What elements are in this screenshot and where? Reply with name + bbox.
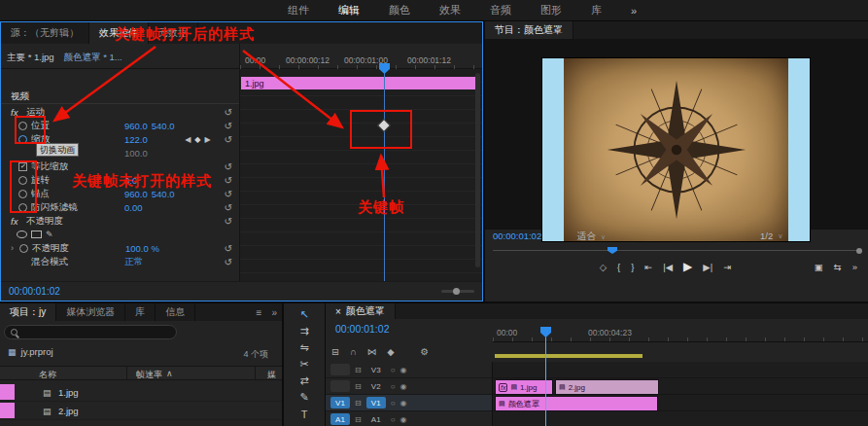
track-select-tool-icon[interactable]: ⇉: [292, 323, 317, 339]
add-remove-keyframe-icon[interactable]: ◆: [194, 135, 200, 144]
column-framerate[interactable]: 帧速率 ∧: [136, 369, 173, 381]
track-output-eye-icon[interactable]: ◉: [400, 382, 407, 391]
timeline-track-area[interactable]: fx ▤ 1.jpg ▤ 2.jpg ▤ 颜色遮罩: [493, 362, 868, 426]
anchor-point-row[interactable]: 锚点 960.0 540.0 ↺: [1, 187, 239, 200]
program-scrubber[interactable]: [493, 247, 858, 254]
track-lock-icon[interactable]: ○: [391, 399, 396, 408]
track-label[interactable]: V2: [366, 380, 386, 392]
program-video-area[interactable]: [485, 39, 868, 230]
tab-source-monitor[interactable]: 源：（无剪辑）: [1, 22, 89, 44]
column-divider[interactable]: [126, 367, 127, 379]
mark-in-button[interactable]: {: [612, 262, 625, 272]
timeline-clip-color-matte[interactable]: ▤ 颜色遮罩: [495, 396, 658, 411]
reset-icon[interactable]: ↺: [225, 189, 232, 199]
reset-icon[interactable]: ↺: [225, 107, 232, 118]
reset-icon[interactable]: ↺: [225, 121, 232, 131]
keyframe-diamond[interactable]: [378, 120, 389, 130]
reset-icon[interactable]: ↺: [225, 134, 232, 145]
tab-libraries[interactable]: 库: [125, 303, 156, 321]
fit-dropdown[interactable]: 适合 ∨: [577, 231, 606, 243]
next-keyframe-icon[interactable]: ▶: [204, 135, 210, 144]
step-back-button[interactable]: |◀: [658, 262, 677, 272]
workspace-tab-color[interactable]: 颜色: [389, 3, 410, 18]
master-clip-label[interactable]: 主要 * 1.jpg: [7, 52, 54, 64]
play-button[interactable]: ▶: [678, 260, 697, 273]
timeline-timecode[interactable]: 00:00:01:02: [335, 323, 389, 335]
sync-lock-icon[interactable]: ⊟: [355, 415, 362, 424]
track-label[interactable]: V1: [366, 397, 386, 408]
slip-tool-icon[interactable]: ⇄: [292, 373, 317, 389]
tab-effect-controls[interactable]: 效果控件: [89, 22, 149, 44]
toggle-animation-stopwatch-icon[interactable]: [18, 122, 27, 130]
source-patch[interactable]: [330, 380, 350, 392]
mark-out-button[interactable]: }: [626, 262, 639, 272]
antiflicker-value[interactable]: 0.00: [124, 202, 143, 213]
workspace-tab-libraries[interactable]: 库: [591, 3, 602, 18]
toggle-animation-stopwatch-icon[interactable]: [18, 190, 27, 198]
track-label[interactable]: V3: [366, 364, 386, 375]
track-row-v1[interactable]: V1 ⊟ V1 ○ ◉: [326, 395, 492, 411]
timeline-clip-1jpg[interactable]: fx ▤ 1.jpg: [495, 379, 553, 395]
uniform-scale-row[interactable]: ✓ 等比缩放 ↺: [1, 160, 239, 173]
position-row[interactable]: 位置 960.0 540.0 ↺: [1, 119, 239, 132]
previous-keyframe-icon[interactable]: ◀: [185, 135, 191, 144]
project-search-box[interactable]: [4, 325, 177, 339]
column-divider[interactable]: [255, 367, 256, 379]
workspace-overflow-icon[interactable]: »: [631, 5, 637, 17]
playhead-handle[interactable]: [608, 247, 617, 254]
pen-tool-icon[interactable]: ✎: [292, 389, 317, 406]
toggle-animation-stopwatch-icon[interactable]: [18, 176, 27, 185]
position-x-value[interactable]: 960.0: [124, 121, 148, 131]
sync-lock-icon[interactable]: ⊟: [355, 366, 362, 374]
nest-toggle-icon[interactable]: ⊟: [331, 346, 339, 357]
rotation-value[interactable]: 0.0: [124, 175, 137, 186]
effect-controls-timecode[interactable]: 00:00:01:02: [9, 286, 60, 297]
workspace-tab-audio[interactable]: 音频: [490, 3, 511, 18]
panel-overflow-icon[interactable]: »: [266, 303, 282, 321]
rectangle-mask-icon[interactable]: [31, 231, 42, 238]
keyframe-lane[interactable]: 1.jpg: [239, 69, 482, 281]
scrollbar[interactable]: [475, 73, 480, 267]
track-label[interactable]: A1: [366, 413, 386, 425]
blend-mode-value[interactable]: 正常: [124, 256, 143, 268]
snap-toggle-icon[interactable]: ∩: [350, 346, 357, 357]
comparison-view-button[interactable]: ⇆: [829, 262, 847, 272]
source-patch[interactable]: A1: [330, 413, 350, 425]
track-lock-icon[interactable]: ○: [391, 382, 396, 391]
project-file-row[interactable]: ▦ jy.prproj: [8, 346, 53, 357]
tab-info[interactable]: 信息: [156, 303, 195, 321]
track-output-eye-icon[interactable]: ◉: [400, 399, 407, 408]
motion-effect-row[interactable]: fx 运动 ↺: [1, 105, 239, 119]
workspace-tab-graphics[interactable]: 图形: [540, 3, 562, 18]
step-forward-button[interactable]: ▶|: [698, 262, 717, 272]
source-patch[interactable]: [330, 364, 350, 375]
reset-icon[interactable]: ↺: [225, 257, 232, 267]
go-to-in-button[interactable]: ⇤: [640, 262, 657, 272]
reset-icon[interactable]: ↺: [225, 202, 232, 213]
label-color-chip[interactable]: [0, 403, 15, 418]
workspace-tab-effects[interactable]: 效果: [439, 3, 461, 18]
selection-tool-icon[interactable]: ↖: [292, 306, 317, 323]
uniform-scale-checkbox[interactable]: ✓: [18, 162, 27, 171]
timeline-settings-icon[interactable]: ⚙: [421, 346, 430, 357]
zoom-slider[interactable]: [441, 290, 474, 293]
tab-sequence[interactable]: × 颜色遮罩: [326, 303, 396, 319]
tab-project[interactable]: 项目：jy: [0, 303, 56, 321]
track-row-v3[interactable]: ⊟ V3 ○ ◉: [326, 362, 492, 378]
antiflicker-row[interactable]: 防闪烁滤镜 0.00 ↺: [1, 200, 239, 214]
go-to-out-button[interactable]: ⇥: [718, 262, 736, 272]
anchor-x-value[interactable]: 960.0: [124, 189, 148, 199]
panel-menu-icon[interactable]: ≡: [252, 303, 267, 321]
sync-lock-icon[interactable]: ⊟: [355, 399, 362, 408]
item-name[interactable]: 1.jpg: [58, 387, 79, 398]
reset-icon[interactable]: ↺: [225, 216, 232, 227]
track-output-eye-icon[interactable]: ◉: [400, 366, 407, 374]
linked-selection-icon[interactable]: ⋈: [367, 346, 377, 357]
workspace-tab-assembly[interactable]: 组件: [288, 3, 309, 18]
add-marker-icon[interactable]: ◆: [387, 346, 394, 357]
tab-metadata[interactable]: 元数据: [149, 22, 198, 44]
anchor-y-value[interactable]: 540.0: [152, 189, 175, 199]
reset-icon[interactable]: ↺: [225, 243, 232, 254]
transport-overflow-button[interactable]: »: [848, 262, 862, 272]
type-tool-icon[interactable]: T: [292, 406, 317, 422]
